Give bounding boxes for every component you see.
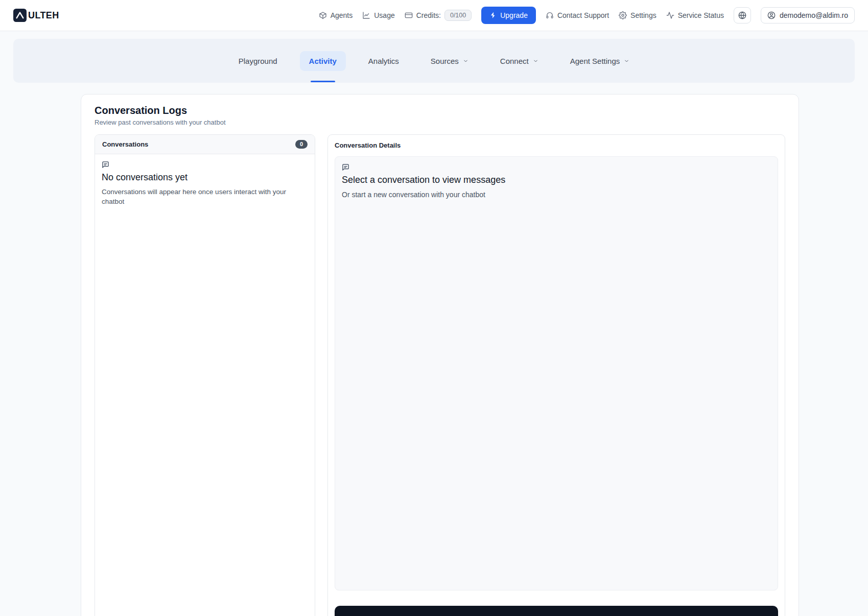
nav-settings[interactable]: Settings (619, 11, 656, 19)
header-nav: Agents Usage Credits: 0/100 Upgrade Cont… (319, 7, 855, 24)
bottom-dark-bar (335, 606, 778, 616)
conversations-empty-title: No conversations yet (102, 172, 308, 183)
nav-usage-label: Usage (374, 11, 394, 19)
globe-icon (738, 11, 746, 19)
nav-contact-support[interactable]: Contact Support (546, 11, 609, 19)
upgrade-button-label: Upgrade (500, 11, 528, 19)
tab-label: Connect (500, 57, 529, 65)
agents-icon (319, 11, 327, 19)
nav-service-status-label: Service Status (678, 11, 724, 19)
tab-label: Analytics (368, 57, 399, 65)
headphones-icon (546, 11, 554, 19)
nav-agents-label: Agents (331, 11, 353, 19)
nav-agents[interactable]: Agents (319, 11, 353, 19)
nav-usage[interactable]: Usage (362, 11, 394, 19)
tab-connect[interactable]: Connect (491, 51, 548, 71)
chevron-down-icon (463, 58, 468, 64)
nav-contact-support-label: Contact Support (557, 11, 609, 19)
gear-icon (619, 11, 627, 19)
account-menu-button[interactable]: demodemo@aldim.ro (761, 7, 855, 23)
brand-logo-icon (13, 9, 27, 22)
conversations-empty-text: Conversations will appear here once user… (102, 187, 308, 207)
nav-service-status[interactable]: Service Status (666, 11, 724, 19)
tab-agent-settings[interactable]: Agent Settings (561, 51, 639, 71)
account-email: demodemo@aldim.ro (780, 11, 848, 19)
conversation-details-panel: Conversation Details Select a conversati… (327, 134, 785, 616)
chat-bubble-icon (102, 161, 109, 169)
chevron-down-icon (533, 58, 538, 64)
tab-playground[interactable]: Playground (229, 51, 287, 71)
tab-activity[interactable]: Activity (300, 51, 346, 71)
tab-label: Playground (239, 57, 277, 65)
tab-analytics[interactable]: Analytics (359, 51, 408, 71)
details-empty-state: Select a conversation to view messages O… (335, 156, 778, 590)
usage-chart-icon (362, 11, 370, 19)
user-avatar-icon (767, 11, 776, 19)
tab-label: Agent Settings (570, 57, 620, 65)
upgrade-button[interactable]: Upgrade (481, 7, 536, 24)
credits-label: Credits: (416, 11, 441, 19)
brand-logo[interactable]: ULTEH (13, 9, 59, 22)
details-empty-title: Select a conversation to view messages (342, 175, 771, 185)
conversations-panel: Conversations 0 No conversations yet Con… (95, 134, 315, 616)
credits-indicator: Credits: 0/100 (405, 10, 472, 21)
page-subtitle: Review past conversations with your chat… (95, 119, 785, 126)
top-header: ULTEH Agents Usage Credits: 0/100 Upgrad… (0, 0, 868, 31)
tab-label: Activity (309, 57, 337, 65)
activity-pulse-icon (666, 11, 674, 19)
credits-card-icon (405, 11, 413, 19)
language-globe-button[interactable] (734, 7, 751, 23)
lightning-bolt-icon (489, 12, 497, 19)
conversation-details-title: Conversation Details (335, 141, 778, 149)
brand-name: ULTEH (28, 10, 59, 21)
conversations-empty-state: No conversations yet Conversations will … (95, 154, 315, 616)
page-title: Conversation Logs (95, 105, 785, 116)
chevron-down-icon (624, 58, 629, 64)
details-empty-text: Or start a new conversation with your ch… (342, 190, 771, 200)
tab-label: Sources (431, 57, 459, 65)
conversations-count-badge: 0 (295, 140, 308, 149)
chat-bubble-icon (342, 163, 349, 171)
tab-sources[interactable]: Sources (421, 51, 478, 71)
conversations-panel-header: Conversations 0 (95, 135, 315, 154)
section-tab-bar: Playground Activity Analytics Sources Co… (13, 39, 855, 83)
credits-value-badge: 0/100 (444, 10, 472, 21)
conversation-logs-card: Conversation Logs Review past conversati… (81, 94, 799, 616)
panels-row: Conversations 0 No conversations yet Con… (95, 134, 785, 616)
conversations-panel-title: Conversations (102, 140, 148, 148)
nav-settings-label: Settings (630, 11, 656, 19)
